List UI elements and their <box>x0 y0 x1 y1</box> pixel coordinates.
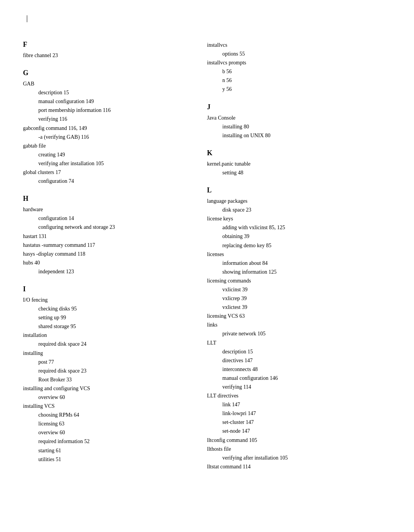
entry-page: 15 <box>246 349 253 355</box>
entry-term: LLT directives <box>207 393 238 399</box>
entry-term: installing <box>222 124 242 130</box>
entry-term: hastatus -summary command <box>23 242 86 248</box>
index-entry: gabtab file <box>23 141 192 150</box>
index-entry: Root Broker 33 <box>23 375 192 384</box>
entry-term: global clusters <box>23 169 54 175</box>
entry-term: showing information <box>222 269 267 275</box>
entry-page: 14 <box>67 215 74 221</box>
index-entry: required disk space 23 <box>23 366 192 375</box>
entry-term: lltconfig command <box>207 437 248 443</box>
left-column: Ffibre channel 23GGABdescription 15manua… <box>23 41 192 480</box>
index-entry: configuration 14 <box>23 214 192 223</box>
right-column: installvcsoptions 55installvcs promptsb … <box>207 41 376 480</box>
entry-page: 48 <box>237 170 243 176</box>
index-entry: Java Console <box>207 113 376 122</box>
entry-term: required disk space <box>38 368 80 374</box>
index-entry: set-cluster 147 <box>207 418 376 427</box>
index-section: Ffibre channel 23 <box>23 41 192 60</box>
entry-term: utilities <box>38 456 54 462</box>
index-entry: language packages <box>207 197 376 205</box>
entry-page: 116 <box>58 116 67 122</box>
entry-page: 147 <box>245 419 254 425</box>
entry-term: installing and configuring VCS <box>23 386 90 391</box>
entry-term: LLT <box>207 340 216 346</box>
section-letter: H <box>23 195 192 203</box>
entry-term: llthosts file <box>207 446 231 452</box>
entry-page: 39 <box>241 287 248 292</box>
entry-page: 147 <box>243 358 253 363</box>
index-entry: fibre channel 23 <box>23 51 192 60</box>
entry-term: overview <box>38 430 58 435</box>
entry-page: 114 <box>242 384 251 390</box>
section-letter: I <box>23 285 192 293</box>
entry-term: disk space <box>222 207 245 213</box>
entry-term: post <box>38 359 47 365</box>
entry-term: verifying <box>222 384 242 390</box>
index-entry: set-node 147 <box>207 427 376 435</box>
entry-term: verifying after installation <box>222 455 278 461</box>
index-entry: installation <box>23 331 192 340</box>
entry-page: 60 <box>58 430 65 435</box>
index-entry: lltconfig command 105 <box>207 436 376 445</box>
entry-term: checking disks <box>38 306 70 312</box>
index-entry: hastart 131 <box>23 232 192 241</box>
index-entry: description 15 <box>23 88 192 97</box>
index-entry: independent 123 <box>23 267 192 276</box>
index-entry: gabconfig command 116, 149 <box>23 124 192 133</box>
index-entry: n 56 <box>207 76 376 85</box>
entry-term: choosing RPMs <box>38 412 72 418</box>
index-entry: overview 60 <box>23 428 192 437</box>
index-entry: post 77 <box>23 358 192 366</box>
entry-page: 23 <box>245 207 251 213</box>
entry-term: installing VCS <box>23 403 55 409</box>
index-entry: utilities 51 <box>23 455 192 464</box>
index-entry: kernel.panic tunable <box>207 159 376 168</box>
index-entry: installing <box>23 349 192 358</box>
index-entry: verifying after installation 105 <box>207 453 376 462</box>
entry-term: n <box>222 77 225 83</box>
index-entry: hubs 40 <box>23 258 192 267</box>
entry-page: 40 <box>33 260 40 266</box>
index-entry: creating 149 <box>23 150 192 159</box>
index-entry: checking disks 95 <box>23 304 192 313</box>
entry-term: configuration <box>38 178 67 184</box>
entry-page: 48 <box>251 366 258 372</box>
entry-page: 51 <box>54 456 61 462</box>
entry-term: hasys -display command <box>23 251 76 257</box>
entry-term: kernel.panic tunable <box>207 161 251 167</box>
entry-page: 80 <box>242 124 249 130</box>
index-entry: description 15 <box>207 347 376 356</box>
entry-term: hastart <box>23 233 37 239</box>
index-entry: links <box>207 320 376 329</box>
index-entry: b 56 <box>207 67 376 76</box>
page: Ffibre channel 23GGABdescription 15manua… <box>0 0 414 532</box>
entry-page: 77 <box>47 359 54 365</box>
index-entry: verifying 116 <box>23 115 192 123</box>
entry-page: 56 <box>225 69 232 74</box>
entry-page: 63 <box>58 421 65 427</box>
index-entry: setting up 99 <box>23 313 192 322</box>
entry-term: private network <box>222 331 256 337</box>
entry-page: 60 <box>58 394 65 400</box>
entry-page: 149 <box>84 99 94 104</box>
entry-page: 99 <box>59 315 66 320</box>
entry-page: 117 <box>86 242 95 248</box>
entry-term: installvcs <box>207 42 227 48</box>
entry-page: 33 <box>65 377 72 383</box>
index-entry: configuring network and storage 23 <box>23 223 192 232</box>
entry-page: 24 <box>80 341 87 347</box>
entry-page: 105 <box>248 437 257 443</box>
entry-term: language packages <box>207 198 247 204</box>
entry-term: setting <box>222 170 237 176</box>
index-content: Ffibre channel 23GGABdescription 15manua… <box>23 41 391 480</box>
entry-page: 147 <box>240 428 250 434</box>
index-entry: installing 80 <box>207 122 376 131</box>
entry-page: 116, 149 <box>67 125 87 131</box>
entry-page: 63 <box>238 313 245 319</box>
section-letter: K <box>207 149 376 157</box>
index-entry: vxlictest 39 <box>207 303 376 312</box>
entry-term: information about <box>222 260 261 266</box>
entry-term: replacing demo key <box>222 243 264 248</box>
entry-page: 146 <box>268 375 278 381</box>
entry-page: 39 <box>240 304 247 310</box>
